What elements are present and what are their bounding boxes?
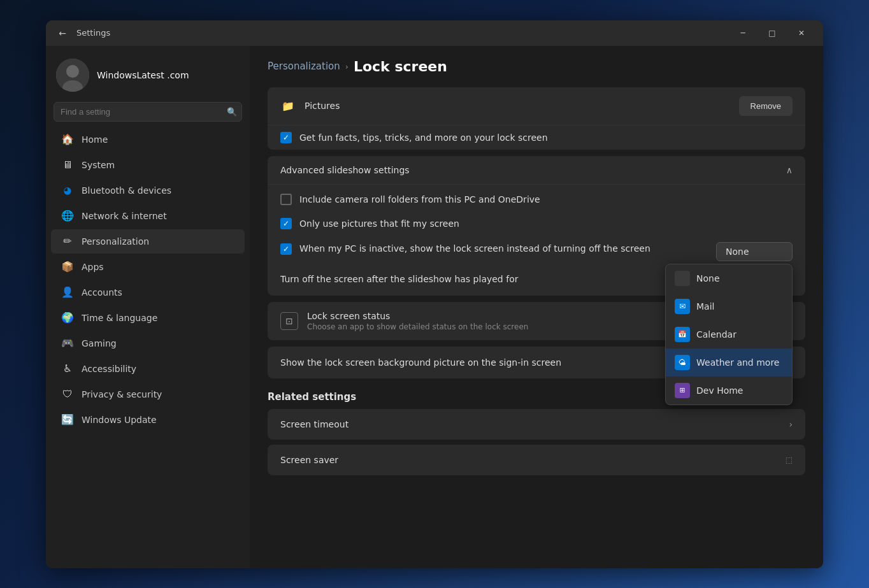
sidebar-item-privacy[interactable]: 🛡 Privacy & security [51,382,245,406]
network-icon: 🌐 [61,210,74,222]
gaming-icon: 🎮 [61,337,74,350]
inactive-checkbox[interactable]: ✓ [280,243,292,255]
sidebar-item-time[interactable]: 🌍 Time & language [51,306,245,330]
inactive-row: ✓ When my PC is inactive, show the lock … [268,236,805,268]
remove-button[interactable]: Remove [739,96,793,116]
sidebar-item-label: Gaming [82,338,117,348]
chevron-right-icon: › [789,419,793,429]
pictures-label: Pictures [305,101,730,111]
sidebar-item-home[interactable]: 🏠 Home [51,127,245,152]
fun-facts-row: ✓ Get fun facts, tips, tricks, and more … [268,125,805,150]
weather-icon: 🌤 [675,355,690,370]
titlebar: ← Settings ─ □ ✕ [46,20,823,46]
sidebar-item-label: Network & internet [82,211,167,221]
breadcrumb-parent[interactable]: Personalization [268,61,340,72]
fun-facts-checkbox[interactable]: ✓ [280,132,292,143]
personalization-icon: ✏️ [61,235,74,248]
turn-off-label: Turn off the screen after the slideshow … [280,274,518,284]
accessibility-icon: ♿ [61,362,74,375]
breadcrumb-separator: › [345,62,348,71]
camera-roll-checkbox[interactable]: ✓ [280,194,292,205]
dropdown-item-weather[interactable]: 🌤 Weather and more [666,348,792,376]
sidebar-item-label: Accounts [82,287,122,298]
fit-screen-label: Only use pictures that fit my screen [299,219,459,229]
sidebar-item-accessibility[interactable]: ♿ Accessibility [51,357,245,381]
camera-roll-row: ✓ Include camera roll folders from this … [268,187,805,212]
sidebar-item-gaming[interactable]: 🎮 Gaming [51,331,245,355]
sidebar-item-label: Apps [82,262,104,272]
search-icon: 🔍 [227,107,237,117]
advanced-slideshow-card: Advanced slideshow settings ∧ ✓ Include … [268,156,805,296]
screen-saver-row[interactable]: Screen saver ⬚ [268,445,805,475]
sidebar-item-label: Privacy & security [82,389,162,399]
sidebar-item-label: Time & language [82,313,157,323]
advanced-section-header[interactable]: Advanced slideshow settings ∧ [268,156,805,184]
none-icon [675,271,690,286]
sidebar-item-personalization[interactable]: ✏️ Personalization [51,229,245,254]
inactive-label: When my PC is inactive, show the lock sc… [299,243,650,254]
devhome-icon: ⊞ [675,383,690,398]
camera-roll-label: Include camera roll folders from this PC… [299,194,540,204]
sidebar-item-label: Home [82,134,108,145]
search-box: 🔍 [54,102,242,122]
screen-timeout-label: Screen timeout [280,419,348,429]
privacy-icon: 🛡 [61,388,74,401]
dropdown-value[interactable]: None [716,242,793,261]
advanced-section-title: Advanced slideshow settings [280,165,410,175]
pictures-card: 📁 Pictures Remove ✓ Get fun facts, tips,… [268,87,805,150]
maximize-button[interactable]: □ [758,24,786,43]
pictures-row: 📁 Pictures Remove [268,87,805,125]
screen-timeout-row[interactable]: Screen timeout › [268,409,805,440]
svg-point-1 [66,65,79,78]
system-icon: 🖥 [61,159,74,171]
breadcrumb-current: Lock screen [354,59,447,75]
sidebar-item-bluetooth[interactable]: ◕ Bluetooth & devices [51,178,245,203]
dropdown-menu: None ✉ Mail 📅 Calendar [665,264,793,405]
sidebar-item-accounts[interactable]: 👤 Accounts [51,280,245,305]
dropdown-item-devhome[interactable]: ⊞ Dev Home [666,376,792,405]
time-icon: 🌍 [61,312,74,324]
chevron-up-icon: ∧ [786,165,793,175]
sidebar-item-label: Bluetooth & devices [82,185,171,196]
dropdown-item-calendar[interactable]: 📅 Calendar [666,320,792,348]
close-button[interactable]: ✕ [787,24,815,43]
sidebar-item-update[interactable]: 🔄 Windows Update [51,408,245,432]
bluetooth-icon: ◕ [61,184,74,197]
dropdown-item-mail[interactable]: ✉ Mail [666,292,792,320]
sidebar-item-label: System [82,160,115,170]
mail-icon: ✉ [675,299,690,314]
dropdown-item-none[interactable]: None [666,264,792,292]
home-icon: 🏠 [61,133,74,146]
sidebar: WindowsLatest .com 🔍 🏠 Home 🖥 System ◕ B… [46,46,250,568]
update-icon: 🔄 [61,413,74,426]
fit-screen-checkbox[interactable]: ✓ [280,218,292,229]
window-controls: ─ □ ✕ [729,24,815,43]
accounts-icon: 👤 [61,286,74,299]
titlebar-title: Settings [76,28,729,38]
apps-icon: 📦 [61,261,74,273]
minimize-button[interactable]: ─ [729,24,757,43]
screen-saver-label: Screen saver [280,455,338,465]
avatar[interactable] [56,59,89,92]
calendar-icon: 📅 [675,327,690,342]
breadcrumb: Personalization › Lock screen [268,59,805,75]
lock-status-dropdown[interactable]: None None ✉ Mail [716,242,793,261]
fit-screen-row: ✓ Only use pictures that fit my screen [268,212,805,236]
content-area: Personalization › Lock screen 📁 Pictures… [250,46,823,568]
sidebar-item-label: Personalization [82,236,149,247]
lock-status-icon: ⊡ [280,312,298,330]
back-button[interactable]: ← [54,24,71,42]
settings-window: ← Settings ─ □ ✕ WindowsLatest .com [46,20,823,568]
user-section: WindowsLatest .com [46,54,250,102]
sidebar-item-label: Accessibility [82,364,136,374]
search-input[interactable] [54,102,242,122]
main-content: WindowsLatest .com 🔍 🏠 Home 🖥 System ◕ B… [46,46,823,568]
fun-facts-label: Get fun facts, tips, tricks, and more on… [299,133,548,143]
sidebar-item-apps[interactable]: 📦 Apps [51,255,245,279]
username: WindowsLatest .com [97,70,189,80]
advanced-section-body: ✓ Include camera roll folders from this … [268,184,805,296]
sidebar-item-system[interactable]: 🖥 System [51,153,245,177]
external-link-icon: ⬚ [786,455,793,464]
sidebar-item-network[interactable]: 🌐 Network & internet [51,204,245,228]
folder-icon: 📁 [280,98,296,113]
